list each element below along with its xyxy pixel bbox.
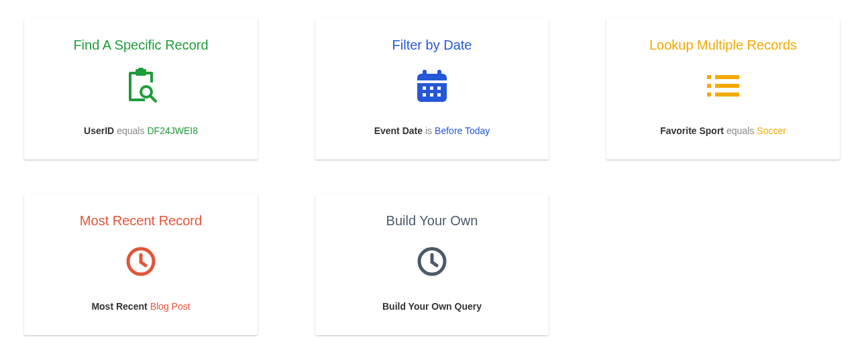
desc-field: Build Your Own Query (382, 301, 482, 312)
card-desc: Build Your Own Query (382, 301, 482, 312)
svg-rect-9 (423, 86, 426, 90)
desc-field: UserID (84, 125, 114, 136)
card-filter-by-date[interactable]: Filter by Date (315, 19, 549, 160)
svg-rect-8 (417, 80, 447, 83)
desc-val: Blog Post (150, 301, 191, 312)
card-desc: UserID equals DF24JWEI8 (84, 125, 198, 136)
desc-field: Favorite Sport (660, 125, 724, 136)
card-find-specific-record[interactable]: Find A Specific Record UserID equals DF2… (24, 19, 258, 160)
svg-rect-5 (437, 70, 441, 78)
card-title: Find A Specific Record (73, 38, 208, 53)
svg-rect-12 (423, 93, 426, 97)
list-icon (707, 65, 739, 107)
calendar-icon (416, 65, 448, 107)
svg-rect-14 (437, 93, 441, 97)
clipboard-search-icon (123, 65, 158, 107)
desc-op: equals (117, 125, 144, 136)
desc-op: is (425, 125, 432, 136)
card-grid: Find A Specific Record UserID equals DF2… (24, 19, 844, 335)
clock-icon (416, 241, 448, 282)
card-most-recent-record[interactable]: Most Recent Record Most Recent Blog Post (24, 194, 258, 335)
svg-rect-10 (430, 86, 433, 90)
svg-rect-4 (423, 70, 427, 78)
desc-val: Before Today (435, 125, 490, 136)
card-title: Filter by Date (392, 38, 472, 53)
svg-rect-11 (437, 86, 441, 90)
card-desc: Event Date is Before Today (374, 125, 490, 136)
card-title: Build Your Own (386, 213, 478, 229)
desc-val: Soccer (757, 125, 786, 136)
card-lookup-multiple-records[interactable]: Lookup Multiple Records Favorite Sport e… (606, 19, 840, 160)
card-desc: Most Recent Blog Post (91, 301, 190, 312)
desc-val: DF24JWEI8 (147, 125, 197, 136)
card-title: Lookup Multiple Records (649, 38, 797, 53)
desc-op: equals (726, 125, 754, 136)
desc-field: Most Recent (91, 301, 147, 312)
clock-icon (125, 241, 157, 282)
desc-field: Event Date (374, 125, 423, 136)
svg-rect-7 (420, 82, 444, 99)
card-desc: Favorite Sport equals Soccer (660, 125, 786, 136)
svg-rect-1 (138, 68, 144, 70)
card-title: Most Recent Record (80, 213, 202, 229)
card-build-your-own[interactable]: Build Your Own Build Your Own Query (315, 194, 549, 335)
svg-rect-13 (430, 93, 433, 97)
